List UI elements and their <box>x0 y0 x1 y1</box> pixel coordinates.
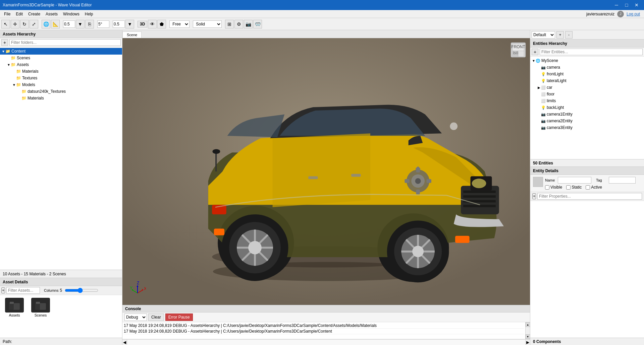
console-level-select[interactable]: Debug Info Warning Error <box>124 314 147 321</box>
maximize-button[interactable]: □ <box>622 1 631 9</box>
toolbar-local-btn[interactable]: 📐 <box>51 20 60 28</box>
svg-rect-39 <box>351 174 361 177</box>
entity-properties-content[interactable] <box>530 201 644 338</box>
console-log[interactable]: 17 May 2018 19:24:08,819 DEBUG - AssetsH… <box>122 322 525 339</box>
toolbar-3d-button[interactable]: 3D <box>138 21 147 27</box>
toolbar-vr-btn[interactable]: 🥽 <box>253 20 262 28</box>
tree-item-scenes[interactable]: 📁 Scenes <box>0 55 122 61</box>
tree-item-camera[interactable]: 📷 camera <box>530 64 644 71</box>
visible-check-label[interactable]: Visible <box>545 185 562 190</box>
console-scroll-left[interactable]: ◀ <box>122 340 127 345</box>
toolbar-transform-select[interactable]: Free Fixed <box>169 20 190 28</box>
static-checkbox[interactable] <box>566 185 571 190</box>
logout-label[interactable]: Log out <box>627 12 640 16</box>
tree-item-myscene[interactable]: ▼ 🌐 MyScene <box>530 57 644 64</box>
rt-add-button[interactable]: + <box>556 31 564 39</box>
tree-item-laterallight[interactable]: 💡 lateralLight <box>530 77 644 84</box>
toolbar-render-select[interactable]: Solid Wireframe <box>193 20 222 28</box>
scroll-down-btn[interactable]: ▼ <box>526 334 530 339</box>
viewport[interactable]: FRONT isó X Y Z <box>122 38 530 305</box>
svg-point-35 <box>248 241 262 255</box>
console-scrollbar[interactable]: ▲ ▼ <box>525 322 530 339</box>
toolbar-select-btn[interactable]: ↖ <box>1 20 10 28</box>
asset-add-button[interactable]: + <box>1 287 5 293</box>
toolbar-settings-btn[interactable]: ⚙ <box>234 20 243 28</box>
default-select[interactable]: Default <box>532 31 555 39</box>
entity-tag-input[interactable] <box>609 177 636 184</box>
menu-help[interactable]: Help <box>82 10 96 18</box>
tree-item-frontlight[interactable]: 💡 frontLight <box>530 71 644 77</box>
toolbar-step1-input[interactable] <box>63 20 75 28</box>
assets-tree[interactable]: ▼ 📁 Content 📁 Scenes ▼ 📁 Assets <box>0 47 122 270</box>
columns-slider[interactable] <box>65 287 98 294</box>
assets-filter-input[interactable] <box>9 39 121 46</box>
assets-add-button[interactable]: + <box>1 39 8 46</box>
tree-item-materials2[interactable]: 📁 Materials <box>0 95 122 101</box>
menu-bar: File Edit Create Assets Windows Help jav… <box>0 10 644 18</box>
tree-item-camera2entity[interactable]: 📷 camera2Entity <box>530 118 644 124</box>
view-cube[interactable]: FRONT isó <box>509 41 527 59</box>
tree-arrow-content: ▼ <box>1 50 5 53</box>
minimize-button[interactable]: ─ <box>612 1 621 9</box>
tab-scene[interactable]: Scene <box>122 31 142 38</box>
toolbar-grid-btn[interactable]: ⊞ <box>225 20 234 28</box>
asset-grid[interactable]: Assets Scenes <box>0 295 122 338</box>
toolbar-step3-dropdown[interactable]: ▼ <box>125 20 134 28</box>
menu-edit[interactable]: Edit <box>13 10 25 18</box>
toolbar-view-btn[interactable]: 👁 <box>148 20 157 28</box>
toolbar-snap-btn[interactable]: 📷 <box>244 20 253 28</box>
assets-hierarchy-header: Assets Hierarchy <box>0 30 122 38</box>
add-property-button[interactable]: + <box>532 193 536 199</box>
console-error-pause-button[interactable]: Error Pause <box>165 314 193 321</box>
tree-item-textures[interactable]: 📁 Textures <box>0 75 122 81</box>
visible-checkbox[interactable] <box>545 185 549 190</box>
close-button[interactable]: ✕ <box>632 1 641 9</box>
toolbar-step1-dropdown[interactable]: ▼ <box>76 20 85 28</box>
scroll-up-btn[interactable]: ▲ <box>526 322 530 327</box>
toolbar-scale-btn[interactable]: ⤢ <box>30 20 38 28</box>
active-checkbox[interactable] <box>586 185 590 190</box>
console-scroll-right[interactable]: ▶ <box>525 340 530 345</box>
tree-item-car[interactable]: ▶ ⬜ car <box>530 84 644 91</box>
tree-item-models[interactable]: ▼ 📁 Models <box>0 81 122 88</box>
toolbar-copy-btn[interactable]: ⎘ <box>85 20 94 28</box>
entities-tree[interactable]: ▼ 🌐 MyScene 📷 camera 💡 frontLight <box>530 57 644 159</box>
menu-windows[interactable]: Windows <box>60 10 82 18</box>
tree-item-backlight[interactable]: 💡 backLight <box>530 104 644 111</box>
asset-filter-input[interactable] <box>6 287 40 294</box>
entities-add-button[interactable]: + <box>532 49 538 55</box>
tree-item-floor[interactable]: ⬜ floor <box>530 91 644 97</box>
toolbar-step2-input[interactable] <box>97 20 109 28</box>
menu-file[interactable]: File <box>1 10 13 18</box>
tree-item-assets[interactable]: ▼ 📁 Assets <box>0 61 122 68</box>
menu-create[interactable]: Create <box>25 10 43 18</box>
console-log-line-1: 17 May 2018 19:24:08,819 DEBUG - AssetsH… <box>124 323 524 329</box>
console-panel: Console Debug Info Warning Error Clear E… <box>122 305 530 345</box>
menu-assets[interactable]: Assets <box>43 10 60 18</box>
property-filter-input[interactable] <box>537 193 642 200</box>
svg-rect-47 <box>405 179 409 183</box>
tree-item-camera1entity[interactable]: 📷 camera1Entity <box>530 111 644 118</box>
entities-filter-input[interactable] <box>540 49 643 55</box>
toolbar-world-btn[interactable]: 🌐 <box>42 20 50 28</box>
tree-item-camera3entity[interactable]: 📷 camera3Entity <box>530 124 644 131</box>
static-check-label[interactable]: Static <box>566 185 582 190</box>
asset-item-assets[interactable]: Assets <box>3 298 26 335</box>
console-clear-button[interactable]: Clear <box>148 314 164 321</box>
tree-item-datsun[interactable]: 📁 datsun240k_Textures <box>0 88 122 95</box>
toolbar-step3-input[interactable] <box>113 20 125 28</box>
console-toolbar: Debug Info Warning Error Clear Error Pau… <box>122 313 530 322</box>
entity-name-input[interactable] <box>558 177 591 184</box>
toolbar-move-btn[interactable]: ✛ <box>11 20 19 28</box>
tree-item-materials[interactable]: 📁 Materials <box>0 68 122 75</box>
svg-rect-48 <box>427 179 431 183</box>
tree-item-limits[interactable]: ⬜ limits <box>530 97 644 104</box>
asset-item-scenes[interactable]: Scenes <box>29 298 52 335</box>
rt-remove-button[interactable]: - <box>565 31 573 39</box>
svg-rect-55 <box>518 51 524 57</box>
toolbar-rotate-btn[interactable]: ↻ <box>20 20 29 28</box>
active-check-label[interactable]: Active <box>586 185 602 190</box>
entity-details-panel: Entity Details Name Tag <box>530 167 644 345</box>
toolbar-gizmo-btn[interactable]: ⬟ <box>157 20 166 28</box>
tree-item-content[interactable]: ▼ 📁 Content <box>0 48 122 55</box>
